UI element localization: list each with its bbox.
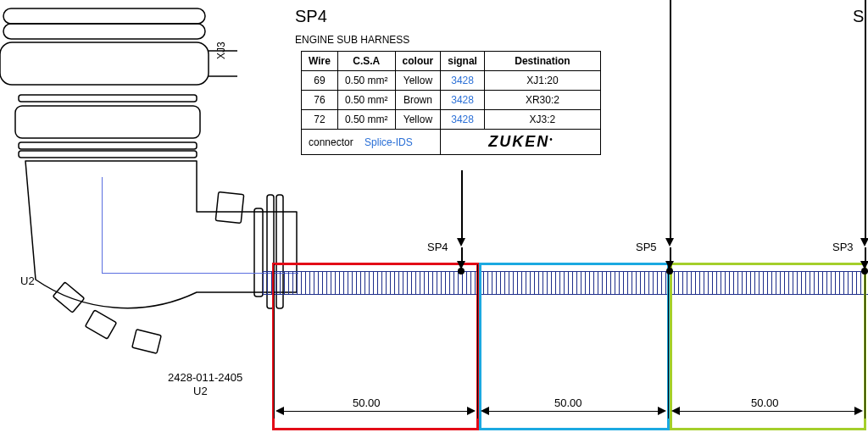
- svg-rect-6: [15, 106, 200, 138]
- cell-colour: Yellow: [395, 110, 441, 130]
- connector-refdes-left: U2: [20, 274, 35, 287]
- cell-colour: Brown: [395, 91, 441, 110]
- splice-block-title: SP4: [295, 7, 327, 26]
- dimension-3-cap-right: [854, 407, 863, 415]
- dimension-2-cap-left: [481, 407, 489, 415]
- callout-arrowhead-sp5: [665, 238, 674, 247]
- col-wire: Wire: [302, 52, 338, 71]
- splice-block-title-clipped: S: [853, 7, 864, 26]
- dimension-3-value: 50.00: [751, 396, 779, 409]
- dimension-1-value: 50.00: [353, 396, 381, 409]
- svg-rect-14: [86, 310, 117, 339]
- cell-wire: 69: [302, 71, 338, 91]
- svg-rect-9: [254, 208, 263, 297]
- dimension-1-cap-left: [275, 407, 284, 415]
- footer-label: connector: [309, 136, 353, 148]
- cell-csa: 0.50 mm²: [337, 110, 395, 130]
- connector-drawing: [0, 0, 305, 398]
- cell-wire: 76: [302, 91, 338, 110]
- dimension-3-cap-left: [671, 407, 680, 415]
- connector-refdes-bottom: U2: [193, 385, 208, 397]
- col-colour: colour: [395, 52, 441, 71]
- svg-rect-5: [19, 95, 197, 102]
- dimension-3-rule: [680, 411, 854, 412]
- cell-signal[interactable]: 3428: [441, 91, 485, 110]
- svg-rect-12: [215, 192, 243, 224]
- cell-dest: XJ1:20: [484, 71, 600, 91]
- cell-colour: Yellow: [395, 71, 441, 91]
- cell-csa: 0.50 mm²: [337, 91, 395, 110]
- col-csa: C.S.A: [337, 52, 395, 71]
- dimension-1-cap-right: [467, 407, 476, 415]
- col-dest: Destination: [484, 52, 600, 71]
- callout-leader-sp3: [865, 0, 866, 239]
- dimension-1-rule: [284, 411, 467, 412]
- cell-dest: XJ3:2: [484, 110, 600, 130]
- dimension-2-rule: [489, 411, 658, 412]
- svg-rect-7: [19, 142, 197, 149]
- ext-line-4: [865, 264, 865, 419]
- ext-line-1: [274, 264, 275, 419]
- zuken-logo-mark: •: [549, 135, 553, 144]
- table-footer-row: connector Splice-IDS ZUKEN•: [302, 130, 601, 155]
- table-header-row: Wire C.S.A colour signal Destination: [302, 52, 601, 71]
- footer-cell-logo: ZUKEN•: [441, 130, 601, 155]
- splice-wire-table: Wire C.S.A colour signal Destination 69 …: [301, 51, 601, 155]
- callout-arrowhead-sp3: [860, 238, 868, 247]
- cell-csa: 0.50 mm²: [337, 71, 395, 91]
- splice-label-sp5: SP5: [636, 241, 657, 253]
- ext-line-2: [477, 264, 478, 419]
- cell-signal[interactable]: 3428: [441, 110, 485, 130]
- callout-leader-sp5: [670, 0, 671, 239]
- footer-link[interactable]: Splice-IDS: [364, 136, 413, 148]
- splice-block-subtitle: ENGINE SUB HARNESS: [295, 34, 409, 46]
- dimension-2-value: 50.00: [554, 396, 582, 409]
- footer-cell-left: connector Splice-IDS: [302, 130, 441, 155]
- zuken-logo: ZUKEN: [488, 133, 549, 150]
- cell-dest: XR30:2: [484, 91, 600, 110]
- table-row: 72 0.50 mm² Yellow 3428 XJ3:2: [302, 110, 601, 130]
- callout-arrowhead-sp5b: [665, 261, 674, 269]
- svg-rect-8: [19, 151, 197, 158]
- splice-label-sp3: SP3: [832, 241, 854, 253]
- callout-arrowhead-sp4b: [457, 261, 465, 269]
- svg-rect-0: [3, 8, 205, 24]
- cell-wire: 72: [302, 110, 338, 130]
- svg-rect-15: [132, 330, 161, 354]
- svg-rect-2: [0, 42, 209, 85]
- callout-arrowhead-sp4: [457, 238, 465, 247]
- datum-vertical: [102, 177, 103, 273]
- table-row: 69 0.50 mm² Yellow 3428 XJ1:20: [302, 71, 601, 91]
- dimension-2-cap-right: [658, 407, 666, 415]
- cell-signal[interactable]: 3428: [441, 71, 485, 91]
- table-row: 76 0.50 mm² Brown 3428 XR30:2: [302, 91, 601, 110]
- ext-line-3: [668, 264, 669, 419]
- col-signal: signal: [441, 52, 485, 71]
- connector-part-number: 2428-011-2405: [168, 371, 242, 384]
- svg-rect-1: [3, 24, 205, 39]
- callout-leader-sp4: [461, 170, 463, 238]
- connector-side-label: XJ3: [215, 42, 227, 59]
- callout-arrowhead-sp3b: [860, 261, 868, 269]
- splice-label-sp4: SP4: [427, 241, 448, 253]
